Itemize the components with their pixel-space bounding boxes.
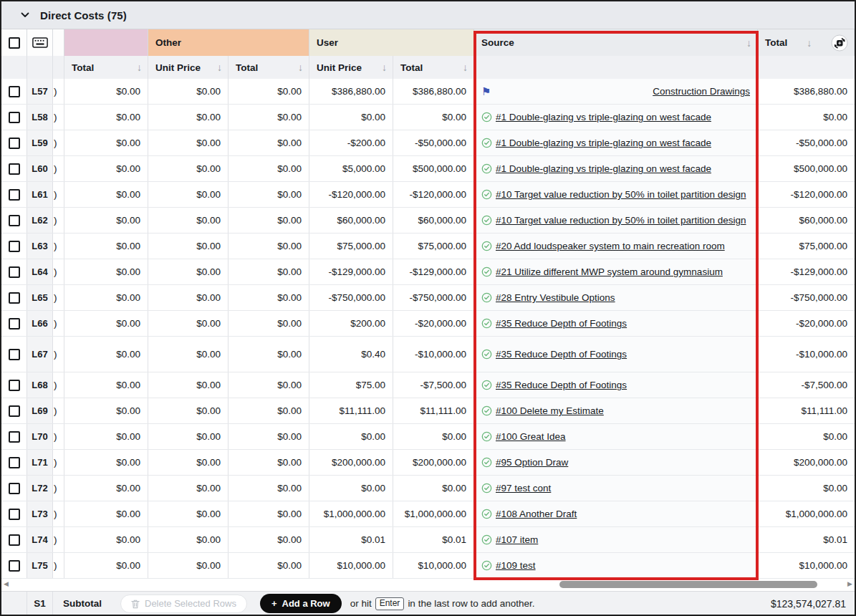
row-checkbox[interactable] <box>9 534 20 546</box>
other-unit-price-cell[interactable]: $0.00 <box>148 527 229 552</box>
scroll-right-icon[interactable]: ▶ <box>847 580 852 587</box>
other-unit-price-cell[interactable]: $0.00 <box>148 501 229 526</box>
user-unit-price-cell[interactable]: $0.01 <box>309 527 393 552</box>
source-link[interactable]: #107 item <box>496 534 538 545</box>
row-total-cell[interactable]: $0.01 <box>758 527 855 552</box>
other-total-cell[interactable]: $0.00 <box>229 285 309 310</box>
group-header-user[interactable]: User <box>309 29 474 56</box>
other-total-cell[interactable]: $0.00 <box>229 501 309 526</box>
row-total-cell[interactable]: $60,000.00 <box>758 208 855 233</box>
other-total-cell[interactable]: $0.00 <box>229 476 309 501</box>
row-checkbox[interactable] <box>9 138 20 149</box>
other-total-cell[interactable]: $0.00 <box>229 450 309 475</box>
row-checkbox[interactable] <box>9 86 20 97</box>
row-number[interactable]: L72 <box>27 476 53 501</box>
source-cell[interactable]: #10 Target value reduction by 50% in toi… <box>474 208 758 233</box>
group-header-other[interactable]: Other <box>148 29 309 56</box>
row-select-cell[interactable] <box>1 105 27 130</box>
row-checkbox[interactable] <box>9 241 20 252</box>
total-1-cell[interactable]: $0.00 <box>64 79 148 104</box>
total-1-cell[interactable]: $0.00 <box>64 130 148 155</box>
user-unit-price-cell[interactable]: $0.00 <box>309 424 393 449</box>
other-unit-price-cell[interactable]: $0.00 <box>148 156 229 181</box>
user-unit-price-cell[interactable]: $10,000.00 <box>309 553 393 578</box>
row-select-cell[interactable] <box>1 208 27 233</box>
source-link[interactable]: #1 Double-glazing vs triple-glazing on w… <box>496 163 711 174</box>
row-number[interactable]: L58 <box>27 105 53 130</box>
row-select-cell[interactable] <box>1 501 27 526</box>
row-total-cell[interactable]: -$129,000.00 <box>758 259 855 284</box>
row-checkbox[interactable] <box>9 349 20 360</box>
total-1-cell[interactable]: $0.00 <box>64 234 148 259</box>
row-total-cell[interactable]: -$50,000.00 <box>758 130 855 155</box>
user-total-cell[interactable]: $0.00 <box>393 424 474 449</box>
user-unit-price-cell[interactable]: -$129,000.00 <box>309 259 393 284</box>
keyboard-shortcuts-cell[interactable] <box>27 29 53 56</box>
sort-arrow-icon[interactable]: ↓ <box>217 62 222 72</box>
sort-arrow-icon[interactable]: ↓ <box>463 62 468 72</box>
row-checkbox[interactable] <box>9 405 20 417</box>
source-cell[interactable]: #1 Double-glazing vs triple-glazing on w… <box>474 130 758 155</box>
other-total-cell[interactable]: $0.00 <box>229 105 309 130</box>
row-select-cell[interactable] <box>1 476 27 501</box>
source-link[interactable]: #35 Reduce Depth of Footings <box>496 349 627 360</box>
other-unit-price-cell[interactable]: $0.00 <box>148 311 229 336</box>
row-select-cell[interactable] <box>1 130 27 155</box>
other-unit-price-cell[interactable]: $0.00 <box>148 450 229 475</box>
row-total-cell[interactable]: -$10,000.00 <box>758 337 855 372</box>
total-1-cell[interactable]: $0.00 <box>64 337 148 372</box>
total-1-cell[interactable]: $0.00 <box>64 398 148 423</box>
row-total-cell[interactable]: $0.00 <box>758 476 855 501</box>
user-total-cell[interactable]: $60,000.00 <box>393 208 474 233</box>
row-total-cell[interactable]: $200,000.00 <box>758 450 855 475</box>
row-number[interactable]: L69 <box>27 398 53 423</box>
source-cell[interactable]: #109 test <box>474 553 758 578</box>
user-unit-price-cell[interactable]: $0.40 <box>309 337 393 372</box>
other-unit-price-cell[interactable]: $0.00 <box>148 130 229 155</box>
row-select-cell[interactable] <box>1 372 27 398</box>
user-unit-price-cell[interactable]: $386,880.00 <box>309 79 393 104</box>
group-header-source[interactable]: Source ↓ <box>474 29 758 56</box>
user-total-cell[interactable]: -$20,000.00 <box>393 311 474 336</box>
user-unit-price-cell[interactable]: $200,000.00 <box>309 450 393 475</box>
sort-arrow-icon[interactable]: ↓ <box>746 38 751 48</box>
other-unit-price-cell[interactable]: $0.00 <box>148 79 229 104</box>
other-unit-price-cell[interactable]: $0.00 <box>148 424 229 449</box>
user-unit-price-cell[interactable]: $5,000.00 <box>309 156 393 181</box>
row-number[interactable]: L59 <box>27 130 53 155</box>
row-select-cell[interactable] <box>1 259 27 284</box>
total-1-cell[interactable]: $0.00 <box>64 450 148 475</box>
row-checkbox[interactable] <box>9 431 20 443</box>
user-total-cell[interactable]: -$120,000.00 <box>393 182 474 207</box>
other-total-cell[interactable]: $0.00 <box>229 424 309 449</box>
row-checkbox[interactable] <box>9 215 20 226</box>
user-total-cell[interactable]: $200,000.00 <box>393 450 474 475</box>
select-all-cell[interactable] <box>1 29 27 56</box>
row-number[interactable]: L63 <box>27 234 53 259</box>
source-cell[interactable]: #97 test cont <box>474 476 758 501</box>
row-checkbox[interactable] <box>9 292 20 304</box>
total-1-cell[interactable]: $0.00 <box>64 501 148 526</box>
group-header-total[interactable]: Total ↓ <box>758 29 855 56</box>
row-select-cell[interactable] <box>1 527 27 552</box>
source-cell[interactable]: #10 Target value reduction by 50% in toi… <box>474 182 758 207</box>
row-select-cell[interactable] <box>1 450 27 475</box>
row-number[interactable]: L65 <box>27 285 53 310</box>
row-checkbox[interactable] <box>9 483 20 494</box>
row-select-cell[interactable] <box>1 311 27 336</box>
column-header-user-unit-price[interactable]: Unit Price↓ <box>309 56 393 79</box>
row-checkbox[interactable] <box>9 189 20 201</box>
other-total-cell[interactable]: $0.00 <box>229 372 309 398</box>
total-1-cell[interactable]: $0.00 <box>64 208 148 233</box>
total-1-cell[interactable]: $0.00 <box>64 476 148 501</box>
other-total-cell[interactable]: $0.00 <box>229 259 309 284</box>
column-header-total-1[interactable]: Total↓ <box>64 56 148 79</box>
source-link[interactable]: #35 Reduce Depth of Footings <box>496 318 627 329</box>
other-total-cell[interactable]: $0.00 <box>229 79 309 104</box>
other-unit-price-cell[interactable]: $0.00 <box>148 105 229 130</box>
row-number[interactable]: L64 <box>27 259 53 284</box>
source-cell[interactable]: #100 Delete my Estimate <box>474 398 758 423</box>
other-total-cell[interactable]: $0.00 <box>229 527 309 552</box>
other-unit-price-cell[interactable]: $0.00 <box>148 337 229 372</box>
column-header-user-total[interactable]: Total↓ <box>393 56 474 79</box>
